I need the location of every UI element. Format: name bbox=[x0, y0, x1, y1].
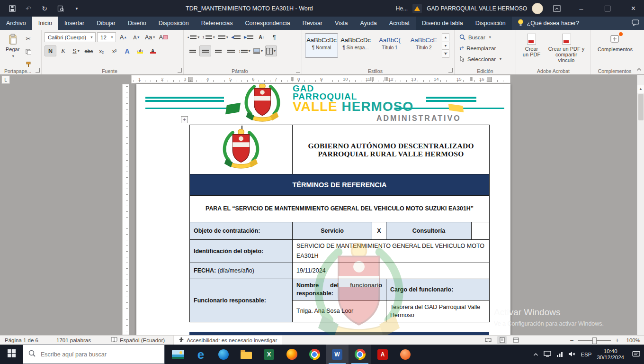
objeto-label-cell[interactable]: Objeto de contratación: bbox=[190, 222, 293, 240]
increase-indent-icon[interactable]: ▶ bbox=[243, 32, 255, 43]
text-effects-icon[interactable]: A bbox=[121, 46, 133, 56]
select-button[interactable]: Seleccionar▾ bbox=[457, 54, 514, 64]
font-color-icon[interactable]: A bbox=[147, 46, 159, 56]
tab-ayuda[interactable]: Ayuda bbox=[354, 17, 383, 30]
contextual-tab-dise-o-de-tabla[interactable]: Diseño de tabla bbox=[416, 17, 469, 30]
consultoria-cell[interactable]: Consultoría bbox=[386, 222, 472, 240]
chrome-icon[interactable] bbox=[303, 345, 326, 364]
ruler-column-marker[interactable] bbox=[291, 77, 294, 81]
word-icon[interactable]: W bbox=[326, 345, 349, 364]
superscript-button[interactable]: x² bbox=[108, 46, 120, 56]
tdr-table[interactable]: GOBIERNO AUTÓNOMO DESCENTRALIZADO PARROQ… bbox=[189, 125, 490, 322]
ruler-column-marker[interactable] bbox=[470, 77, 473, 81]
read-mode-icon[interactable] bbox=[483, 336, 493, 344]
edge-icon[interactable]: e bbox=[189, 345, 212, 364]
undo-icon[interactable]: ↶ bbox=[25, 5, 32, 12]
paste-button[interactable]: Pegar▾ bbox=[3, 32, 22, 61]
vertical-scrollbar[interactable]: ▲ bbox=[637, 75, 644, 335]
table-move-handle[interactable]: + bbox=[181, 116, 188, 123]
servicio-cell[interactable]: Servicio bbox=[293, 222, 372, 240]
italic-button[interactable]: K bbox=[57, 46, 69, 56]
blue-app-icon[interactable] bbox=[212, 345, 235, 364]
comments-icon[interactable] bbox=[632, 19, 639, 27]
clear-formatting-icon[interactable]: A bbox=[157, 32, 169, 43]
identificacion-label-cell[interactable]: Identificación del objeto: bbox=[190, 240, 293, 263]
cut-icon[interactable]: ✂ bbox=[22, 33, 34, 44]
font-family-combo[interactable]: Calibri (Cuerpo)▾ bbox=[45, 32, 96, 42]
tab-revisar[interactable]: Revisar bbox=[296, 17, 329, 30]
font-size-combo[interactable]: 12▾ bbox=[97, 32, 116, 42]
nombre-header-cell[interactable]: Nombre del funcionario responsable: bbox=[293, 279, 386, 300]
tab-correspondencia[interactable]: Correspondencia bbox=[239, 17, 296, 30]
borders-icon[interactable]: ▾ bbox=[265, 46, 277, 56]
language-indicator[interactable]: ESP bbox=[581, 352, 591, 357]
document-page[interactable]: GAD PARROQUIAL VALLE HERMOSO ADMINISTRAT… bbox=[136, 84, 510, 335]
sort-icon[interactable]: A↓ bbox=[256, 32, 268, 43]
maximize-button[interactable] bbox=[597, 0, 618, 17]
tab-stop-selector[interactable]: L bbox=[1, 75, 10, 84]
taskbar-search[interactable] bbox=[23, 345, 165, 364]
acrobat-icon[interactable]: A bbox=[371, 345, 394, 364]
styles-scroll-up-icon[interactable]: ▲ bbox=[442, 33, 449, 41]
fecha-value-cell[interactable]: 19/11/2024 bbox=[293, 263, 490, 279]
replace-button[interactable]: ⇄ Reemplazar bbox=[457, 43, 514, 54]
ruler-column-marker[interactable] bbox=[370, 77, 374, 81]
align-right-icon[interactable] bbox=[212, 46, 224, 56]
style-t-tulo-2[interactable]: AaBbCcETítulo 2 bbox=[407, 33, 440, 58]
ruler-column-marker[interactable] bbox=[385, 77, 388, 81]
numbered-list-icon[interactable]: 1▾ bbox=[201, 32, 215, 43]
logo-cell[interactable] bbox=[190, 125, 293, 174]
tab-inicio[interactable]: Inicio bbox=[32, 17, 58, 30]
pictures-app-icon[interactable] bbox=[167, 345, 189, 364]
display-icon[interactable] bbox=[544, 351, 551, 358]
network-icon[interactable] bbox=[556, 351, 563, 358]
language-status[interactable]: Español (Ecuador) bbox=[106, 336, 170, 345]
nombre-value-cell[interactable]: Tnlga. Ana Sosa Loor bbox=[293, 300, 386, 322]
styles-scroll-down-icon[interactable]: ▼ bbox=[442, 42, 449, 50]
shading-icon[interactable]: ▾ bbox=[252, 46, 264, 56]
empty-cell[interactable] bbox=[472, 222, 490, 240]
save-icon[interactable] bbox=[9, 5, 16, 12]
org-name-cell[interactable]: GOBIERNO AUTÓNOMO DESCENTRALIZADO PARROQ… bbox=[293, 125, 490, 174]
tab-acrobat[interactable]: Acrobat bbox=[383, 17, 416, 30]
horizontal-ruler[interactable]: 12345678910111213141516 bbox=[131, 75, 510, 83]
start-button[interactable] bbox=[0, 345, 23, 364]
scrollbar-thumb[interactable] bbox=[638, 94, 644, 120]
subscript-button[interactable]: x₂ bbox=[96, 46, 107, 56]
tab-insertar[interactable]: Insertar bbox=[58, 17, 90, 30]
underline-button[interactable]: S▾ bbox=[70, 46, 82, 56]
page-count[interactable]: Página 1 de 6 bbox=[0, 336, 43, 345]
word-count[interactable]: 1701 palabras bbox=[52, 336, 96, 345]
excel-icon[interactable]: X bbox=[258, 345, 280, 364]
close-button[interactable]: × bbox=[623, 0, 644, 17]
create-pdf-share-button[interactable]: Crear un PDF y compartir vínculo bbox=[544, 32, 589, 65]
font-dialog-launcher[interactable] bbox=[178, 68, 182, 73]
tab-dibujar[interactable]: Dibujar bbox=[90, 17, 122, 30]
cargo-value-cell[interactable]: Tesorera del GAD Parroquial Valle Hermos… bbox=[386, 300, 490, 322]
tab-vista[interactable]: Vista bbox=[329, 17, 354, 30]
strikethrough-button[interactable]: abc bbox=[83, 46, 95, 56]
multilevel-list-icon[interactable]: ▾ bbox=[217, 32, 229, 43]
justify-icon[interactable] bbox=[225, 46, 237, 56]
clipboard-dialog-launcher[interactable] bbox=[36, 68, 40, 73]
zoom-slider[interactable] bbox=[578, 340, 611, 341]
orange-app-icon[interactable] bbox=[394, 345, 417, 364]
fecha-label-cell[interactable]: FECHA: (día/mes/año) bbox=[190, 263, 293, 279]
chrome-profile-icon[interactable] bbox=[349, 345, 371, 364]
style--normal[interactable]: AaBbCcDc¶ Normal bbox=[305, 33, 338, 58]
left-indent-marker[interactable] bbox=[188, 77, 193, 82]
print-layout-icon[interactable] bbox=[497, 336, 507, 344]
x-mark-cell[interactable]: X bbox=[372, 222, 386, 240]
funcionario-label-cell[interactable]: Funcionario responsable: bbox=[190, 279, 293, 322]
cargo-header-cell[interactable]: Cargo del funcionario: bbox=[386, 279, 490, 300]
account-name[interactable]: GAD PARROQUIAL VALLE HERMOSO bbox=[427, 5, 527, 12]
align-left-icon[interactable] bbox=[187, 46, 198, 56]
identificacion-value-cell[interactable]: SERVICIO DE MANTENMIMIENTO GENERAL DEL V… bbox=[293, 240, 490, 263]
action-center-icon[interactable] bbox=[632, 351, 640, 358]
scroll-up-icon[interactable]: ▲ bbox=[637, 85, 644, 93]
collapse-ribbon-icon[interactable] bbox=[636, 64, 642, 73]
taskbar-clock[interactable]: 10:40 30/12/2024 bbox=[597, 348, 624, 361]
redo-icon[interactable]: ↻ bbox=[41, 5, 48, 12]
line-spacing-icon[interactable]: ↕▾ bbox=[238, 46, 251, 56]
show-marks-icon[interactable]: ¶ bbox=[268, 32, 280, 43]
